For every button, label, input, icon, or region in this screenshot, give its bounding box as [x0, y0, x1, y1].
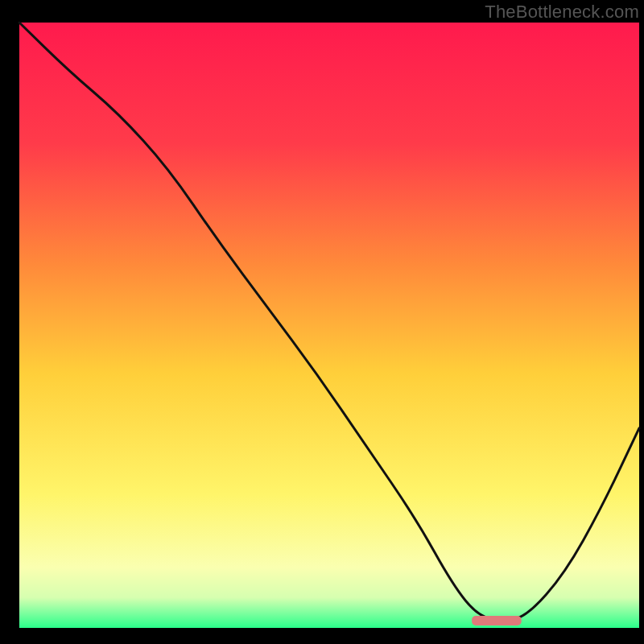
watermark-label: TheBottleneck.com	[485, 2, 639, 23]
y-axis-line	[16, 23, 19, 631]
chart-frame: TheBottleneck.com	[0, 0, 644, 644]
x-axis-line	[16, 628, 639, 631]
optimal-range-marker	[472, 616, 522, 625]
plot-background	[19, 23, 639, 628]
bottleneck-chart	[0, 0, 644, 644]
